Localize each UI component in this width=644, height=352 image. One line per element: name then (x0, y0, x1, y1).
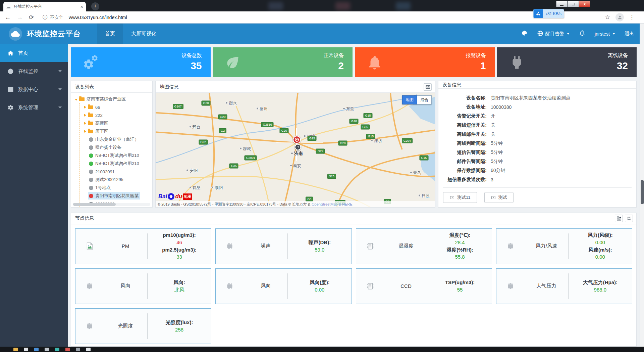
map-marker-device-icon[interactable] (294, 144, 301, 150)
tree-node[interactable]: 21002091 (80, 168, 152, 176)
sidebar-item-gear[interactable]: 系统管理 (0, 98, 68, 117)
app-nav-item[interactable]: 首页 (97, 24, 123, 44)
node-card: 风力/风速 风力(风级): 0.00 风速(m/s): 0.00 (496, 228, 632, 264)
taskbar-icon[interactable] (86, 348, 91, 351)
browser-menu-icon[interactable]: ⋮ (629, 14, 635, 20)
app-header: 环境监控云平台 首页大屏可视化 醒目告警 jnrstest 退出 (0, 24, 644, 44)
test-button[interactable]: 测试 (484, 192, 514, 203)
metric-value: 59.0 (288, 246, 351, 254)
metric: TSP(ug/m3): 55 (428, 279, 492, 294)
expand-arrow-icon[interactable] (75, 99, 77, 101)
expand-arrow-icon[interactable] (84, 114, 86, 117)
tab-close-icon[interactable]: × (80, 4, 83, 9)
reload-icon[interactable]: ⟳ (29, 14, 34, 21)
node-label: 高新区 (95, 120, 108, 126)
list-view-button[interactable] (625, 215, 633, 222)
stat-value: 2 (338, 60, 344, 72)
baidu-map[interactable]: 衡水德州东营淄博潍坊济南聊城泰安青岛邢台安阳鹤壁濮阳日照G107G20G20G2… (156, 93, 435, 207)
tree-node[interactable]: 山东黄金矿业（鑫汇） (80, 135, 152, 143)
expand-arrow-icon[interactable] (84, 106, 86, 108)
sensor-metrics: 大气压力(Hpa): 988.0 (569, 279, 632, 294)
field-value: 关 (491, 131, 495, 137)
profile-avatar[interactable] (615, 13, 624, 21)
url-text[interactable]: www.0531yun.cn/index.html (69, 15, 127, 20)
scrollbar-thumb[interactable] (73, 203, 116, 206)
map-type-button[interactable]: 地图 (402, 95, 417, 104)
alert-menu[interactable]: 醒目告警 (537, 30, 570, 38)
address-bar[interactable]: ⓘ 不安全 www.0531yun.cn/index.html (43, 14, 605, 20)
window-restore-button[interactable] (568, 1, 579, 7)
tree-node[interactable]: 高新区 (80, 119, 152, 127)
tree-node[interactable]: 济南市某综合产业区 (74, 95, 152, 103)
metric: 大气压力(Hpa): 988.0 (569, 279, 632, 294)
new-tab-button[interactable]: + (91, 2, 99, 10)
window-close-button[interactable]: x (579, 1, 590, 7)
taskbar-icon[interactable] (65, 348, 70, 351)
device-info-panel: 设备信息 设备名称: 贵阳市南明区花果园某餐饮油烟监测点 设备地址: 10000… (438, 81, 637, 208)
window-minimize-button[interactable] (556, 1, 568, 7)
taskbar-icon[interactable] (24, 348, 28, 351)
metric-label: 大气压力(Hpa): (569, 279, 632, 286)
card-view-button[interactable] (615, 215, 623, 222)
map-detail-view-button[interactable] (424, 83, 432, 91)
map-type-button[interactable]: 混合 (417, 95, 432, 104)
tree-node[interactable]: NB-IOT测试勿占用210 (80, 151, 152, 160)
sensor-name: 风向 (244, 283, 287, 289)
metric-label: 风速(m/s): (569, 246, 632, 254)
node-card: 风向 风向: 北风 (75, 268, 211, 304)
user-menu[interactable]: jnrstest (595, 31, 615, 37)
tree-node[interactable]: NB-IOT测试勿占用210 (80, 160, 152, 168)
tree-node[interactable]: 测试20001295 (80, 176, 152, 184)
map-type-control: 地图混合 (402, 95, 432, 104)
horizontal-scrollbar[interactable] (73, 203, 150, 206)
browser-tab[interactable]: ☁ 环境监控云平台 × (3, 2, 86, 11)
sidebar-item-globe[interactable]: 在线监控 (0, 62, 68, 80)
taskbar-icon[interactable] (76, 348, 80, 351)
notification-bell-icon[interactable] (579, 30, 585, 38)
theme-palette-icon[interactable] (521, 30, 528, 38)
map-marker-alarm-icon[interactable] (293, 136, 301, 144)
node-label: 山东黄金矿业（鑫汇） (95, 136, 139, 142)
expand-arrow-icon[interactable] (84, 122, 86, 125)
tree-node[interactable]: 1号地点 (80, 184, 152, 192)
download-speed-widget[interactable]: ↓81 KB/s (533, 9, 564, 18)
expand-arrow-icon[interactable] (84, 130, 86, 133)
tree-node[interactable]: 噪声扬尘设备 (80, 143, 152, 151)
taskbar-icon[interactable] (55, 348, 59, 351)
bookmark-star-icon[interactable]: ☆ (605, 14, 610, 21)
metric-value: 988.0 (569, 286, 632, 294)
metric-value: 258 (148, 326, 211, 334)
sidebar-item-grid[interactable]: 数据中心 (0, 80, 68, 98)
info-icon[interactable]: ⓘ (43, 14, 47, 20)
forward-icon[interactable]: → (17, 14, 23, 21)
taskbar-icon[interactable] (45, 348, 49, 351)
device-tree: 济南市某综合产业区 66 222 高新区 历下区 (71, 93, 152, 207)
stat-value: 35 (191, 60, 202, 72)
field-label: 设备名称: (443, 95, 487, 101)
sensor-name: 大气压力 (525, 283, 568, 289)
sidebar-item-home[interactable]: 首页 (0, 44, 68, 62)
tree-node[interactable]: 222 (80, 111, 152, 119)
test-button[interactable]: 测试11 (443, 192, 477, 203)
page-scrollbar-thumb[interactable] (641, 180, 644, 204)
attribution-links[interactable]: OpenStreetMap & HERE (312, 202, 353, 206)
node-label: 历下区 (95, 128, 108, 134)
baidu-map-label: 地图 (183, 193, 192, 200)
map-road-shield: G35 (361, 125, 370, 130)
metric-value: 46 (148, 239, 211, 246)
taskbar-icon[interactable] (13, 348, 18, 351)
logout-button[interactable]: 退出 (625, 31, 634, 37)
app-nav-item[interactable]: 大屏可视化 (123, 24, 164, 44)
device-info-header: 设备信息 (438, 81, 636, 89)
tree-node[interactable]: 66 (80, 103, 152, 111)
back-icon[interactable]: ← (5, 14, 11, 21)
map-city-label: 邢台 (189, 124, 201, 130)
field-value: 贵阳市南明区花果园某餐饮油烟监测点 (491, 95, 571, 101)
tree-node[interactable]: 历下区 (80, 127, 152, 135)
page-scrollbar[interactable] (640, 24, 644, 347)
map-road-shield: G2 (219, 128, 226, 133)
tree-node[interactable]: 贵阳市南明区花果园某 (80, 192, 152, 200)
sensor-metrics: TSP(ug/m3): 55 (428, 279, 492, 294)
taskbar-icon[interactable] (34, 348, 39, 351)
sensor-metrics: 风力(风级): 0.00 风速(m/s): 0.00 (569, 231, 632, 261)
